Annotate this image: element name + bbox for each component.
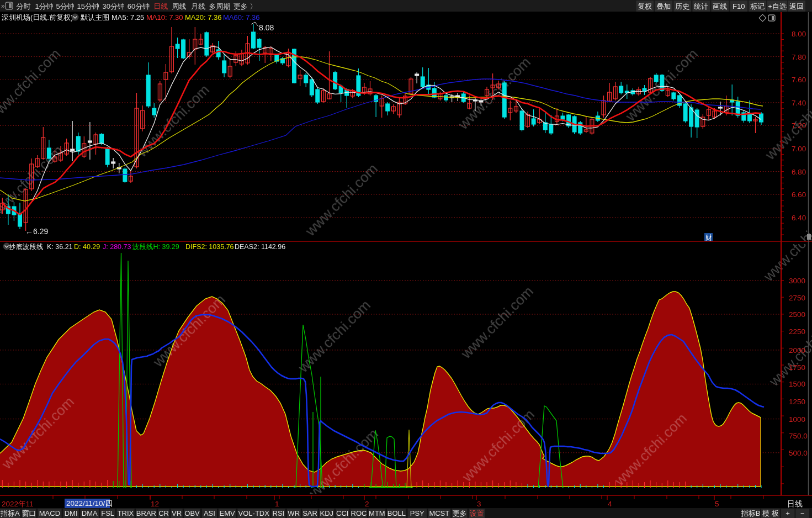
- svg-text:KDJ: KDJ: [320, 509, 334, 517]
- svg-text:+自选: +自选: [768, 2, 787, 10]
- svg-text:5: 5: [715, 500, 719, 508]
- svg-text:抄底波段线: 抄底波段线: [8, 243, 44, 251]
- svg-text:3: 3: [477, 500, 481, 508]
- svg-text:财: 财: [705, 234, 712, 241]
- svg-text:PSY: PSY: [410, 509, 424, 517]
- svg-text:1750: 1750: [789, 363, 805, 372]
- svg-text:DIFS2: 1035.76: DIFS2: 1035.76: [185, 243, 234, 251]
- svg-text:1分钟: 1分钟: [35, 2, 54, 10]
- svg-text:更多 〉: 更多 〉: [233, 2, 257, 10]
- svg-text:统计: 统计: [693, 2, 708, 10]
- svg-text:叠加: 叠加: [656, 2, 671, 10]
- svg-text:8.00: 8.00: [792, 30, 806, 38]
- svg-text:深圳机场(日线.前复权): 深圳机场(日线.前复权): [1, 13, 73, 22]
- svg-text:窗口: 窗口: [22, 509, 36, 517]
- svg-text:+: +: [786, 509, 790, 517]
- svg-text:2022年11: 2022年11: [2, 500, 34, 508]
- svg-text:K: 36.21: K: 36.21: [47, 243, 73, 251]
- svg-text:MTM: MTM: [369, 509, 385, 517]
- svg-text:2: 2: [365, 500, 369, 508]
- svg-text:6.40: 6.40: [792, 214, 806, 222]
- svg-text:4: 4: [608, 500, 612, 508]
- svg-text:MACD: MACD: [39, 509, 60, 517]
- svg-text:6.80: 6.80: [792, 168, 806, 176]
- svg-text:15分钟: 15分钟: [77, 2, 99, 10]
- svg-text:OBV: OBV: [184, 509, 200, 517]
- svg-text:SAR: SAR: [302, 509, 317, 517]
- svg-text:2000: 2000: [789, 346, 805, 355]
- svg-text:分时: 分时: [17, 2, 31, 10]
- svg-text:TRIX: TRIX: [118, 509, 134, 517]
- svg-text:VOL-TDX: VOL-TDX: [238, 509, 270, 517]
- svg-text:DMI: DMI: [65, 509, 78, 517]
- svg-text:J: 280.73: J: 280.73: [103, 243, 131, 251]
- svg-text:7.80: 7.80: [792, 53, 806, 61]
- svg-text:5分钟: 5分钟: [56, 2, 75, 10]
- svg-text:EMV: EMV: [220, 509, 236, 517]
- svg-text:默认主图: 默认主图: [81, 13, 109, 22]
- svg-text:←6.29: ←6.29: [25, 227, 48, 236]
- svg-text:MA60: 7.36: MA60: 7.36: [223, 13, 260, 22]
- svg-text:1000: 1000: [789, 415, 805, 424]
- svg-text:BRAR: BRAR: [136, 509, 156, 517]
- svg-text:指标A: 指标A: [0, 509, 20, 517]
- svg-text:2022/11/10/四: 2022/11/10/四: [66, 499, 113, 508]
- svg-text:7.40: 7.40: [792, 99, 806, 107]
- svg-text:指标B: 指标B: [741, 509, 761, 517]
- svg-text:FSL: FSL: [101, 509, 114, 517]
- svg-text:60分钟: 60分钟: [128, 2, 150, 10]
- svg-text:7.00: 7.00: [792, 145, 806, 153]
- svg-text:CCI: CCI: [336, 509, 348, 517]
- svg-text:多周期: 多周期: [209, 2, 231, 10]
- svg-text:3000: 3000: [789, 277, 805, 285]
- svg-text:标记: 标记: [750, 2, 765, 10]
- svg-text:更多: 更多: [453, 509, 467, 517]
- svg-text:日线: 日线: [787, 499, 803, 508]
- svg-text:1500: 1500: [789, 380, 805, 388]
- svg-text:设置: 设置: [470, 509, 484, 517]
- svg-text:DEAS2: 1142.96: DEAS2: 1142.96: [235, 243, 285, 251]
- svg-text:750.0: 750.0: [789, 432, 808, 440]
- svg-text:1: 1: [275, 500, 279, 508]
- svg-text:日线: 日线: [153, 2, 168, 10]
- svg-text:MCST: MCST: [429, 509, 449, 517]
- svg-text:MA20: 7.36: MA20: 7.36: [185, 13, 222, 22]
- svg-text:7.60: 7.60: [792, 76, 806, 84]
- svg-text:D: 40.29: D: 40.29: [74, 243, 100, 251]
- svg-text:−: −: [800, 509, 805, 517]
- svg-text:MA5: 7.25: MA5: 7.25: [112, 13, 144, 22]
- svg-text:8.08: 8.08: [259, 23, 274, 32]
- svg-text:画线: 画线: [713, 2, 727, 10]
- svg-text:复权: 复权: [638, 2, 652, 10]
- svg-text:12: 12: [151, 500, 159, 508]
- svg-text:WR: WR: [288, 509, 300, 517]
- svg-text:月线: 月线: [191, 2, 205, 10]
- svg-text:周线: 周线: [172, 2, 187, 10]
- svg-text:波段线H: 39.29: 波段线H: 39.29: [132, 243, 179, 251]
- svg-text:VR: VR: [172, 509, 182, 517]
- svg-text:500.0: 500.0: [789, 449, 808, 457]
- svg-text:DMA: DMA: [82, 509, 98, 517]
- svg-text:30分钟: 30分钟: [103, 2, 125, 10]
- svg-text:返回: 返回: [789, 2, 804, 10]
- svg-text:2500: 2500: [789, 310, 805, 319]
- svg-text:»: »: [1, 2, 5, 10]
- svg-text:MA10: 7.30: MA10: 7.30: [146, 13, 183, 22]
- svg-text:F10: F10: [733, 2, 745, 10]
- svg-text:1250: 1250: [789, 398, 805, 406]
- svg-text:6.60: 6.60: [792, 191, 806, 199]
- svg-text:历史: 历史: [675, 2, 689, 10]
- svg-text:BOLL: BOLL: [388, 509, 406, 517]
- svg-text:模 板: 模 板: [762, 509, 779, 517]
- svg-text:RSI: RSI: [273, 509, 285, 517]
- svg-text:2250: 2250: [789, 327, 805, 336]
- svg-text:7.20: 7.20: [792, 121, 806, 130]
- svg-text:CR: CR: [158, 509, 169, 517]
- svg-text:2750: 2750: [789, 294, 805, 302]
- svg-text:ASI: ASI: [204, 509, 215, 517]
- svg-text:ROC: ROC: [351, 509, 367, 517]
